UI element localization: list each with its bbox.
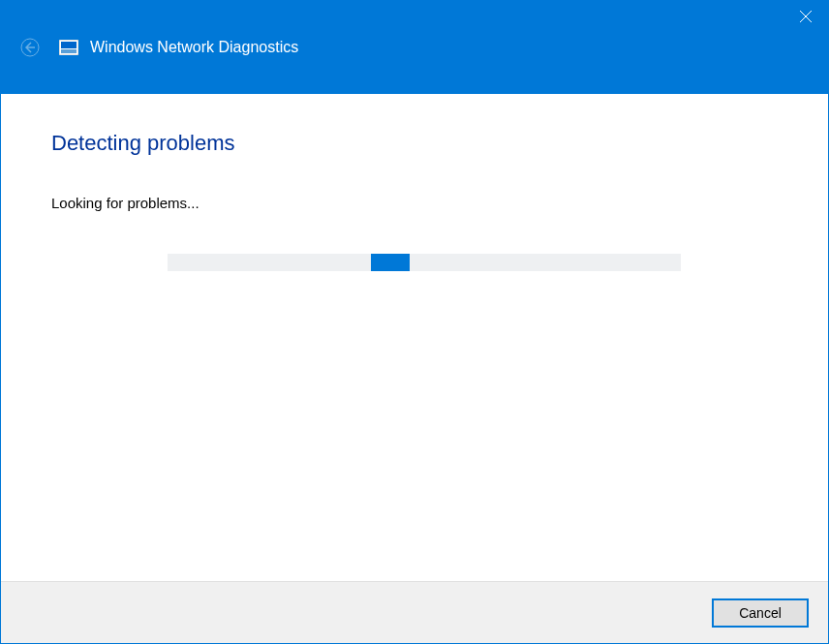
progress-bar: [168, 254, 681, 271]
content-area: Detecting problems Looking for problems.…: [1, 94, 828, 581]
progress-chunk: [371, 254, 410, 271]
footer: Cancel: [1, 581, 828, 643]
back-button: [16, 34, 44, 61]
close-icon: [800, 11, 812, 22]
svg-rect-3: [61, 49, 77, 53]
back-arrow-icon: [20, 38, 40, 57]
close-button[interactable]: [783, 1, 828, 32]
diagnostics-icon: [59, 40, 78, 55]
cancel-button[interactable]: Cancel: [712, 598, 809, 628]
titlebar: Windows Network Diagnostics: [1, 1, 828, 94]
page-heading: Detecting problems: [51, 131, 778, 156]
svg-rect-2: [61, 42, 77, 48]
status-text: Looking for problems...: [51, 195, 778, 211]
window-title: Windows Network Diagnostics: [90, 39, 298, 56]
